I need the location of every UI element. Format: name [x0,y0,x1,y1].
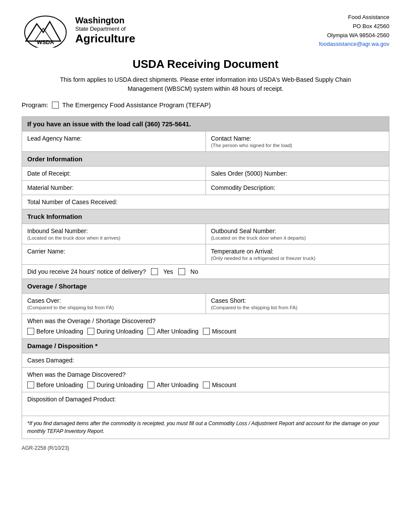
footnote-cell: *If you find damaged items after the com… [22,416,389,439]
damage-before-item: Before Unloading [27,381,83,388]
overage-after-label: After Unloading [157,328,199,335]
lead-agency-cell: Lead Agency Name: [22,131,206,152]
wsda-logo: WSDA [22,13,69,48]
overage-before-item: Before Unloading [27,328,83,335]
org-name: Washington State Department of Agricultu… [75,16,135,45]
date-of-receipt-cell: Date of Receipt: [22,167,206,181]
lead-contact-row: Lead Agency Name: Contact Name: (The per… [22,131,389,152]
yes-checkbox[interactable] [151,268,158,275]
program-checkbox[interactable] [52,102,59,109]
overage-before-label: Before Unloading [36,328,83,335]
main-form-table: If you have an issue with the load call … [22,116,389,439]
form-footer: AGR-2258 (R/10/23) [22,445,389,451]
overage-header: Overage / Shortage [22,279,389,294]
damage-when-label: When was the Damage Discovered? [27,371,384,378]
yes-label: Yes [163,268,173,275]
damage-after-item: After Unloading [148,381,199,388]
email-link[interactable]: foodassistance@agr.wa.gov [319,41,389,47]
commodity-description-cell: Commodity Description: [206,181,389,195]
order-info-header-row: Order Information [22,152,389,167]
overage-miscount-checkbox[interactable] [203,328,210,335]
damage-during-label: During Unloading [96,381,143,388]
overage-when-cell: When was the Overage / Shortage Discover… [22,314,389,339]
damage-after-label: After Unloading [157,381,199,388]
overage-header-row: Overage / Shortage [22,279,389,294]
temperature-cell: Temperature on Arrival: (Only needed for… [206,244,389,265]
overage-during-label: During Unloading [96,328,143,335]
total-cases-cell: Total Number of Cases Received: [22,195,389,209]
overage-when-row: When was the Overage / Shortage Discover… [22,314,389,339]
overage-before-checkbox[interactable] [27,328,34,335]
damage-during-checkbox[interactable] [87,381,94,388]
footnote-text: *If you find damaged items after the com… [27,420,379,434]
total-cases-row: Total Number of Cases Received: [22,195,389,209]
contact-name-cell: Contact Name: (The person who signed for… [206,131,389,152]
truck-info-header-row: Truck Information [22,209,389,224]
svg-text:WSDA: WSDA [37,39,54,45]
damage-miscount-item: Miscount [203,381,236,388]
damage-when-cell: When was the Damage Discovered? Before U… [22,368,389,392]
truck-info-header: Truck Information [22,209,389,224]
damage-miscount-label: Miscount [212,381,236,388]
damage-before-checkbox[interactable] [27,381,34,388]
outbound-seal-cell: Outbound Seal Number: (Located on the tr… [206,224,389,244]
disposition-row: Disposition of Damaged Product: [22,392,389,416]
damage-after-checkbox[interactable] [148,381,154,388]
seal-numbers-row: Inbound Seal Number: (Located on the tru… [22,224,389,244]
program-label: Program: [22,101,48,109]
damage-miscount-checkbox[interactable] [203,381,210,388]
cases-over-short-row: Cases Over: (Compared to the shipping li… [22,294,389,314]
damage-when-row: When was the Damage Discovered? Before U… [22,368,389,392]
cases-over-cell: Cases Over: (Compared to the shipping li… [22,294,206,314]
overage-miscount-item: Miscount [203,328,236,335]
inbound-seal-cell: Inbound Seal Number: (Located on the tru… [22,224,206,244]
notice-cell: Did you receive 24 hours' notice of deli… [22,265,389,279]
sales-order-cell: Sales Order (5000) Number: [206,167,389,181]
overage-miscount-label: Miscount [212,328,236,335]
logo-area: WSDA Washington State Department of Agri… [22,13,135,48]
carrier-name-cell: Carrier Name: [22,244,206,265]
damage-header-row: Damage / Disposition * [22,339,389,353]
overage-after-item: After Unloading [148,328,199,335]
material-commodity-row: Material Number: Commodity Description: [22,181,389,195]
notice-row: Did you receive 24 hours' notice of deli… [22,265,389,279]
svg-marker-0 [26,22,61,41]
overage-during-checkbox[interactable] [87,328,94,335]
notice-label: Did you receive 24 hours' notice of deli… [27,268,146,275]
page-subtitle: This form applies to USDA direct shipmen… [22,75,389,93]
program-value: The Emergency Food Assistance Program (T… [62,101,211,109]
cases-damaged-row: Cases Damaged: [22,353,389,368]
damage-header: Damage / Disposition * [22,339,389,353]
date-sales-row: Date of Receipt: Sales Order (5000) Numb… [22,167,389,181]
damage-during-item: During Unloading [87,381,143,388]
form-number: AGR-2258 (R/10/23) [22,445,69,451]
cases-damaged-cell: Cases Damaged: [22,353,389,368]
overage-during-item: During Unloading [87,328,143,335]
page-header: WSDA Washington State Department of Agri… [22,13,389,49]
cases-short-cell: Cases Short: (Compared to the shipping l… [206,294,389,314]
page-title: USDA Receiving Document [22,58,389,71]
disposition-cell: Disposition of Damaged Product: [22,392,389,416]
alert-header: If you have an issue with the load call … [22,117,389,131]
material-number-cell: Material Number: [22,181,206,195]
footnote-row: *If you find damaged items after the com… [22,416,389,439]
order-info-header: Order Information [22,152,389,167]
carrier-temperature-row: Carrier Name: Temperature on Arrival: (O… [22,244,389,265]
no-label: No [190,268,198,275]
no-checkbox[interactable] [178,268,185,275]
damage-before-label: Before Unloading [36,381,83,388]
address-block: Food Assistance PO Box 42560 Olympia WA … [319,13,389,49]
overage-after-checkbox[interactable] [148,328,154,335]
program-line: Program: The Emergency Food Assistance P… [22,101,389,109]
alert-row: If you have an issue with the load call … [22,117,389,131]
overage-when-label: When was the Overage / Shortage Discover… [27,317,384,324]
